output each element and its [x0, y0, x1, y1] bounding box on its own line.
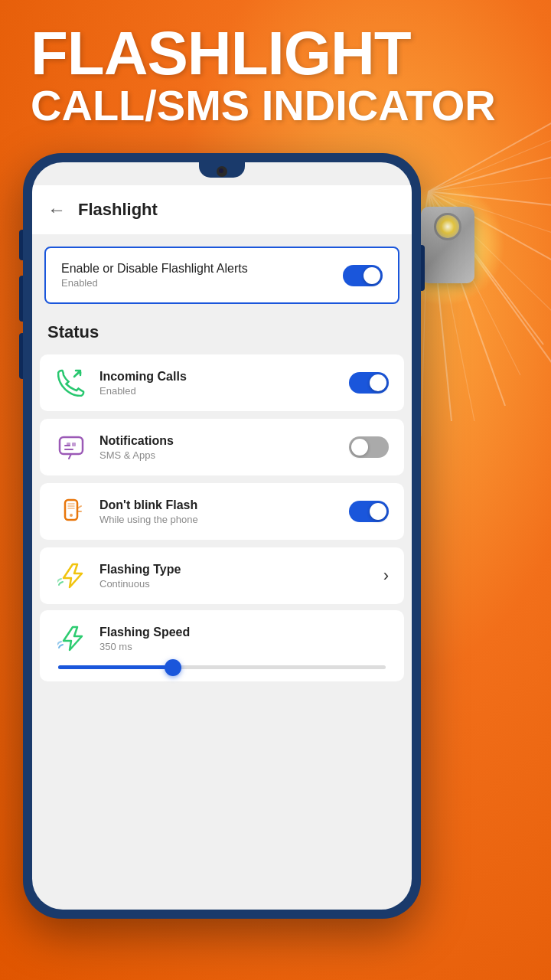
enable-flashlight-card: Enable or Disable Flashlight Alerts Enab…: [44, 247, 399, 304]
status-section-title: Status: [32, 310, 412, 348]
setting-row-incoming-calls: Incoming Calls Enabled: [40, 354, 404, 411]
flashing-speed-label: Flashing Speed: [99, 626, 389, 639]
phone-call-icon: [55, 367, 87, 399]
svg-rect-17: [67, 443, 70, 446]
setting-row-flashing-type[interactable]: Flashing Type Continuous ›: [40, 547, 404, 604]
volume-up-button: [19, 230, 23, 260]
bolt-icon: [55, 560, 87, 592]
flashing-type-text: Flashing Type Continuous: [99, 563, 371, 590]
toggle-knob: [370, 503, 386, 520]
flashing-type-label: Flashing Type: [99, 563, 371, 577]
flashlight-body: [421, 207, 474, 283]
notifications-action[interactable]: [349, 436, 389, 458]
dont-blink-sublabel: While using the phone: [99, 514, 337, 525]
phone-notch: [199, 162, 245, 178]
header-line2: CALL/SMS INDICATOR: [31, 84, 496, 127]
incoming-calls-sublabel: Enabled: [99, 385, 337, 397]
screen-content: ← Flashlight Enable or Disable Flashligh…: [32, 162, 412, 910]
dont-blink-label: Don't blink Flash: [99, 498, 337, 512]
flashing-type-sublabel: Continuous: [99, 578, 371, 590]
dont-blink-action[interactable]: [349, 501, 389, 522]
flashlight-lens: [434, 213, 461, 240]
svg-rect-16: [60, 437, 83, 454]
notifications-label: Notifications: [99, 434, 337, 448]
power-button: [421, 245, 425, 291]
notifications-sublabel: SMS & Apps: [99, 449, 337, 461]
notifications-toggle[interactable]: [349, 436, 389, 458]
back-button[interactable]: ←: [47, 199, 66, 220]
enable-card-text: Enable or Disable Flashlight Alerts Enab…: [61, 262, 248, 289]
phone-mockup: ← Flashlight Enable or Disable Flashligh…: [23, 153, 421, 919]
flashing-speed-sublabel: 350 ms: [99, 641, 389, 652]
bolt-speed-icon: [55, 622, 87, 655]
speed-slider-fill: [58, 665, 173, 669]
notifications-text: Notifications SMS & Apps: [99, 434, 337, 461]
setting-row-dont-blink: Don't blink Flash While using the phone: [40, 483, 404, 540]
chevron-right-icon: ›: [383, 566, 389, 585]
toolbar: ← Flashlight: [32, 185, 412, 234]
extra-button: [19, 333, 23, 379]
front-camera: [217, 166, 227, 177]
toggle-knob: [370, 374, 386, 391]
phone-screen: ← Flashlight Enable or Disable Flashligh…: [32, 162, 412, 910]
enable-card-sublabel: Enabled: [61, 277, 248, 289]
speed-slider-track[interactable]: [58, 665, 386, 669]
incoming-calls-toggle[interactable]: [349, 372, 389, 394]
volume-down-button: [19, 276, 23, 322]
svg-rect-19: [65, 500, 77, 520]
header-line1: FLASHLIGHT: [31, 23, 496, 84]
incoming-calls-label: Incoming Calls: [99, 370, 337, 384]
settings-list: Incoming Calls Enabled: [32, 348, 412, 610]
incoming-calls-text: Incoming Calls Enabled: [99, 370, 337, 397]
enable-card-label: Enable or Disable Flashlight Alerts: [61, 262, 248, 276]
svg-rect-18: [72, 443, 76, 446]
flashing-speed-text: Flashing Speed 350 ms: [99, 626, 389, 652]
phone-flash-icon: [55, 495, 87, 528]
speed-header: Flashing Speed 350 ms: [55, 622, 389, 655]
toggle-knob: [364, 267, 380, 284]
header-section: FLASHLIGHT CALL/SMS INDICATOR: [31, 23, 496, 127]
speed-slider-container[interactable]: [55, 665, 389, 669]
dont-blink-text: Don't blink Flash While using the phone: [99, 498, 337, 525]
flashing-speed-section: Flashing Speed 350 ms: [40, 610, 404, 681]
phone-frame: ← Flashlight Enable or Disable Flashligh…: [23, 153, 421, 919]
flashing-type-chevron[interactable]: ›: [383, 566, 389, 586]
svg-point-20: [70, 514, 73, 517]
dont-blink-toggle[interactable]: [349, 501, 389, 522]
speed-slider-thumb[interactable]: [165, 659, 181, 676]
chat-icon: [55, 431, 87, 463]
toolbar-title: Flashlight: [78, 200, 158, 220]
enable-flashlight-toggle[interactable]: [343, 265, 383, 286]
toggle-knob: [351, 439, 368, 456]
incoming-calls-action[interactable]: [349, 372, 389, 394]
setting-row-notifications: Notifications SMS & Apps: [40, 419, 404, 475]
